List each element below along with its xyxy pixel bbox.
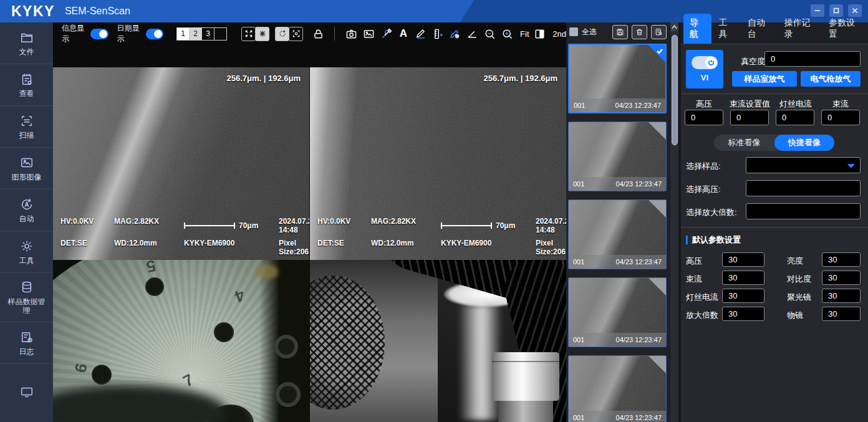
thumbnail-item[interactable]: 001 04/23 12:23:47	[568, 355, 667, 422]
angle-measure-button[interactable]	[466, 26, 480, 41]
image-tools-button[interactable]	[379, 26, 393, 41]
sidebar-item-files[interactable]: 文件	[0, 22, 53, 64]
vacuum-input[interactable]: 0	[764, 51, 861, 67]
view-count-2-button[interactable]: 2	[189, 27, 202, 41]
tab-tools[interactable]: 工具	[713, 14, 741, 44]
vent-gun-button[interactable]: 电气枪放气	[801, 71, 861, 87]
stage-hole	[145, 277, 164, 296]
capture-area-button[interactable]	[289, 27, 303, 41]
wd-readout: WD:12.0mm	[114, 239, 184, 256]
thumbnail-item[interactable]: 001 04/23 12:23:47	[568, 199, 667, 269]
capture-button[interactable]	[345, 26, 359, 41]
sidebar-item-view[interactable]: 查看	[0, 64, 53, 106]
preview-thumbnails-button[interactable]	[651, 25, 667, 39]
view-count-3-button[interactable]: 3	[201, 27, 215, 41]
grid-view-button[interactable]	[255, 27, 269, 41]
zoom-in-button[interactable]	[500, 26, 514, 41]
sidebar-item-label: 文件	[7, 47, 47, 56]
sidebar-item-log[interactable]: 日志	[0, 322, 53, 364]
measure-button[interactable]	[431, 26, 445, 41]
scrollbar-thumb[interactable]	[672, 35, 678, 145]
thumbnail-item[interactable]: 001 04/23 12:23:47	[568, 277, 667, 347]
select-all-checkbox[interactable]	[569, 27, 578, 36]
tab-parameter-settings[interactable]: 参数设置	[822, 14, 866, 44]
select-corner[interactable]	[649, 200, 666, 218]
default-hv-label: 高压	[686, 256, 702, 267]
select-mag-label: 选择放大倍数:	[686, 207, 737, 218]
view-count-4-button[interactable]	[214, 27, 227, 41]
sidebar-item-images[interactable]: 图形图像	[0, 148, 53, 189]
thumbnail-id: 001	[573, 180, 584, 188]
thumbnail-caption: 001 04/23 12:23:47	[569, 333, 666, 347]
date-display-toggle[interactable]	[146, 29, 163, 39]
contrast-button[interactable]	[533, 26, 547, 41]
zoom-out-button[interactable]	[483, 26, 497, 41]
select-hv-input[interactable]	[746, 180, 861, 196]
draw-annotation-button[interactable]	[414, 26, 428, 41]
select-mag-input[interactable]	[746, 203, 861, 219]
expand-view-button[interactable]	[241, 27, 256, 41]
sample-stub	[492, 352, 559, 401]
sidebar-item-scan[interactable]: 扫描	[0, 106, 53, 148]
sem-image-top-right[interactable]: 256.7μm. | 192.6μm HV:0.0KV MAG:2.82KX 7…	[310, 67, 566, 260]
thumbnail-scrollbar[interactable]	[670, 22, 678, 422]
sidebar-item-auto[interactable]: 自动	[0, 189, 53, 231]
tab-auto-stage[interactable]: 自动台	[741, 14, 777, 44]
thumbnail-caption: 001 04/23 12:23:47	[569, 411, 666, 422]
thumbnail-item[interactable]: 001 04/23 12:23:47	[568, 44, 667, 113]
image-viewport: 256.7μm. | 192.6μm HV:0.0KV MAG:2.82KX 7…	[53, 45, 566, 422]
save-thumbnails-button[interactable]	[612, 25, 628, 39]
stage-camera-view[interactable]: 5 4 7 6	[53, 260, 309, 422]
thumbnail-item[interactable]: 001 04/23 12:23:47	[568, 122, 667, 191]
default-contrast-input[interactable]: 30	[822, 271, 861, 285]
select-corner[interactable]	[649, 122, 666, 140]
notepad-icon	[20, 72, 34, 86]
scroll-up-button[interactable]	[670, 22, 678, 31]
select-corner[interactable]	[649, 278, 666, 295]
default-beam-input[interactable]: 30	[722, 271, 764, 285]
default-objective-input[interactable]: 30	[822, 307, 861, 321]
second-display-button[interactable]: 2nd	[552, 29, 566, 39]
fit-button[interactable]: Fit	[520, 29, 529, 39]
sem-image-top-left[interactable]: 256.7μm. | 192.6μm HV:0.0KV MAG:2.82KX 7…	[53, 67, 309, 260]
quick-imaging-button[interactable]: 快捷看像	[774, 135, 835, 151]
lock-button[interactable]	[312, 26, 326, 41]
filament-field-input[interactable]: 0	[776, 110, 814, 125]
default-condenser-input[interactable]: 30	[822, 289, 861, 303]
sidebar-item-extra[interactable]	[0, 364, 53, 422]
text-annotation-button[interactable]: A	[397, 26, 410, 41]
default-brightness-input[interactable]: 30	[822, 252, 861, 267]
select-corner[interactable]	[649, 356, 666, 373]
chamber-camera-view[interactable]	[310, 260, 566, 422]
tab-navigation[interactable]: 导航	[683, 14, 711, 44]
delete-thumbnails-button[interactable]	[632, 25, 647, 39]
measure-visibility-button[interactable]	[448, 26, 462, 41]
beam-field-input[interactable]: 0	[821, 110, 860, 125]
default-filament-input[interactable]: 30	[722, 289, 764, 303]
default-beam-label: 束流	[686, 274, 702, 285]
beam-set-field-input[interactable]: 0	[730, 110, 769, 125]
select-sample-dropdown[interactable]	[746, 157, 861, 173]
stage-hole	[92, 365, 112, 385]
refresh-scan-button[interactable]	[275, 27, 289, 41]
save-image-button[interactable]	[362, 26, 375, 41]
default-hv-input[interactable]: 30	[722, 252, 764, 267]
sidebar-item-label: 图形图像	[7, 173, 47, 181]
standard-imaging-button[interactable]: 标准看像	[714, 135, 774, 151]
titlebar-accent: KYKY SEM-SenScan	[0, 0, 474, 22]
sidebar-item-sample-data[interactable]: 样品数据管理	[0, 273, 53, 322]
vi-power-card[interactable]: VI	[686, 50, 723, 89]
default-brightness-label: 亮度	[787, 256, 803, 267]
hv-field-input[interactable]: 0	[685, 110, 723, 125]
pen-line-icon	[415, 28, 427, 40]
sidebar-item-tools[interactable]: 工具	[0, 231, 53, 273]
info-display-toggle[interactable]	[90, 29, 108, 39]
default-mag-input[interactable]: 30	[722, 307, 764, 321]
vi-toggle[interactable]	[692, 56, 718, 69]
zoom-out-icon	[484, 28, 496, 40]
lock-icon	[312, 28, 324, 40]
default-objective-label: 物镜	[787, 310, 803, 321]
tab-operation-log[interactable]: 操作记录	[778, 14, 821, 44]
view-count-1-button[interactable]: 1	[176, 27, 190, 41]
vent-chamber-button[interactable]: 样品室放气	[732, 71, 797, 87]
